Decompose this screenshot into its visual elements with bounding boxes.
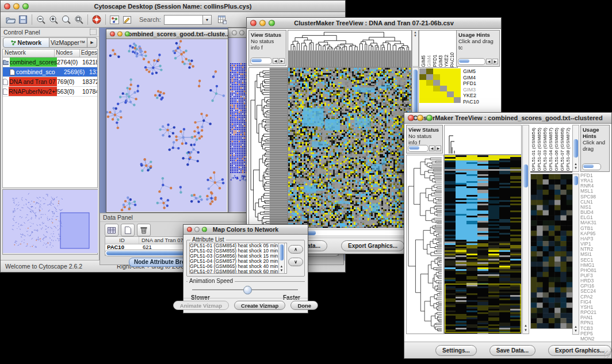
matrix-cell[interactable] (419, 68, 426, 74)
close-button[interactable] (408, 115, 414, 121)
tv1-export-graphics-button[interactable]: Export Graphics... (341, 240, 404, 251)
delete-attribute-trash-icon[interactable] (137, 224, 151, 236)
matrix-cell[interactable] (433, 68, 440, 74)
tv1-column-dendrogram[interactable] (288, 30, 412, 67)
zoom-out-button[interactable] (35, 14, 47, 25)
attribute-list-item[interactable]: GPL51-07 (GSM868) heat shock 60 min (190, 269, 286, 274)
matrix-cell[interactable] (447, 97, 454, 103)
zoom-in-button[interactable] (47, 14, 60, 25)
network-view-canvas[interactable] (106, 39, 227, 212)
matrix-cell[interactable] (454, 68, 461, 74)
close-button[interactable] (4, 3, 10, 9)
matrix-cell[interactable] (454, 91, 461, 97)
tv2-export-graphics-button[interactable]: Export Graphics... (548, 345, 611, 356)
tv2-heatmap[interactable] (444, 155, 522, 334)
network-row-rnapuber[interactable]: RNAPuberNov2+! 563(0) 107847(0) (3, 87, 97, 97)
tv2-settings-button[interactable]: Settings... (435, 345, 477, 356)
matrix-cell[interactable] (447, 91, 454, 97)
tv1-row-dendrogram[interactable] (248, 67, 288, 228)
tv1-hints-scrollbar[interactable]: ◀▶ (458, 58, 498, 65)
matrix-cell[interactable] (447, 86, 454, 91)
network-nodes-icon[interactable] (108, 14, 121, 25)
tv2-collabel-vscrollbar[interactable]: ▲▼ (572, 125, 579, 172)
matrix-cell[interactable] (433, 74, 440, 80)
zoom-fit-button[interactable] (60, 14, 72, 25)
done-button[interactable]: Done (290, 301, 318, 310)
resize-grip[interactable] (604, 351, 611, 358)
tab-network[interactable]: Network (3, 37, 49, 48)
network-overview-canvas[interactable] (3, 190, 98, 253)
tv1-heatmap[interactable] (288, 67, 412, 228)
tab-vizmapper[interactable]: VizMapper™ (49, 37, 87, 48)
select-attributes-icon[interactable] (105, 224, 118, 236)
new-attribute-icon[interactable] (121, 224, 135, 236)
matrix-cell[interactable] (440, 97, 447, 103)
matrix-cell[interactable] (447, 74, 454, 80)
matrix-cell[interactable] (419, 91, 426, 97)
close-button[interactable] (232, 30, 237, 36)
matrix-cell[interactable] (433, 80, 440, 86)
minimize-button[interactable] (239, 30, 244, 36)
matrix-cell[interactable] (454, 74, 461, 80)
matrix-cell[interactable] (433, 97, 440, 103)
tv2-gene-list[interactable]: PFD1YRA1RNR4MSL1SPC98CLN1NIS1BUD4ELG1MAK… (580, 173, 610, 342)
tv2-zoomview-vscrollbar[interactable]: ▲▼ (572, 174, 579, 335)
matrix-cell[interactable] (419, 97, 426, 103)
attr-col-id[interactable]: ID (105, 237, 139, 244)
col-header-nodes[interactable]: Nodes (55, 49, 79, 57)
matrix-cell[interactable] (454, 97, 461, 103)
matrix-cell[interactable] (426, 86, 433, 91)
zoom-button[interactable] (426, 115, 433, 121)
col-header-edges[interactable]: Edges (80, 49, 97, 57)
tv2-save-data-button[interactable]: Save Data... (489, 345, 536, 356)
tv2-column-dendrogram[interactable] (444, 125, 522, 155)
tv2-zoom-heatmap[interactable] (530, 174, 573, 329)
save-session-button[interactable] (17, 14, 29, 25)
matrix-cell[interactable] (454, 86, 461, 91)
matrix-cell[interactable] (433, 91, 440, 97)
open-session-button[interactable] (4, 14, 17, 25)
minimize-button[interactable] (259, 20, 266, 26)
matrix-cell[interactable] (419, 86, 426, 91)
matrix-cell[interactable] (426, 74, 433, 80)
tv1-correlation-matrix[interactable] (419, 68, 461, 103)
matrix-cell[interactable] (426, 80, 433, 86)
minimize-button[interactable] (417, 115, 423, 121)
move-attribute-up-button[interactable]: ∧ (288, 245, 303, 254)
dialog-titlebar[interactable]: Map Colors to Network (183, 225, 308, 235)
matrix-cell[interactable] (454, 80, 461, 86)
matrix-cell[interactable] (440, 91, 447, 97)
tv2-row-dendrogram[interactable] (406, 155, 444, 334)
matrix-cell[interactable] (433, 86, 440, 91)
minimize-button[interactable] (117, 32, 123, 37)
attribute-list-scrollbar[interactable]: ▲▼ (278, 243, 285, 274)
network-view-titlebar[interactable]: combined_scores_good.txt--cluste... (106, 29, 228, 39)
matrix-cell[interactable] (419, 80, 426, 86)
speed-slider-thumb[interactable] (243, 286, 252, 294)
move-attribute-down-button[interactable]: ∨ (288, 258, 303, 266)
tv1-status-scrollbar[interactable]: ◀▶ (250, 58, 285, 64)
tv2-heatmap-vscrollbar[interactable]: ▲▼ (522, 125, 529, 334)
zoom-button[interactable] (125, 32, 130, 37)
matrix-cell[interactable] (447, 80, 454, 86)
tv1-label-scroll-strip[interactable]: ▲▼ (412, 30, 419, 67)
treeview2-titlebar[interactable]: ClusterMaker TreeView : combined_scores_… (404, 113, 611, 124)
search-dropdown-arrow[interactable]: ▼ (203, 15, 212, 25)
zoom-button[interactable] (202, 227, 207, 232)
help-ring-icon[interactable] (90, 14, 103, 25)
create-vizmap-button[interactable]: Create Vizmap (234, 301, 285, 310)
attribute-list[interactable]: GPL51-01 (GSM854) heat shock 05 minGPL51… (189, 243, 287, 274)
network-row-dna-tran[interactable]: DNA and Tran 07 769(0) 183728(0) (3, 77, 97, 87)
col-header-network[interactable]: Network (3, 49, 55, 57)
animate-vizmap-button[interactable]: Animate Vizmap (173, 301, 229, 310)
close-button[interactable] (187, 227, 192, 232)
minimize-button[interactable] (194, 227, 200, 232)
matrix-cell[interactable] (426, 68, 433, 74)
matrix-cell[interactable] (440, 74, 447, 80)
main-titlebar[interactable]: Cytoscape Desktop (Session Name: collins… (1, 1, 345, 12)
tv1-row-labels[interactable]: GIM5GIM4PFD1GIM3YKE2PAC10 (463, 68, 499, 109)
annotation-icon[interactable] (121, 14, 133, 25)
tab-more-arrow[interactable]: ▶ (87, 37, 97, 48)
close-button[interactable] (250, 20, 257, 26)
search-input[interactable] (164, 15, 203, 25)
